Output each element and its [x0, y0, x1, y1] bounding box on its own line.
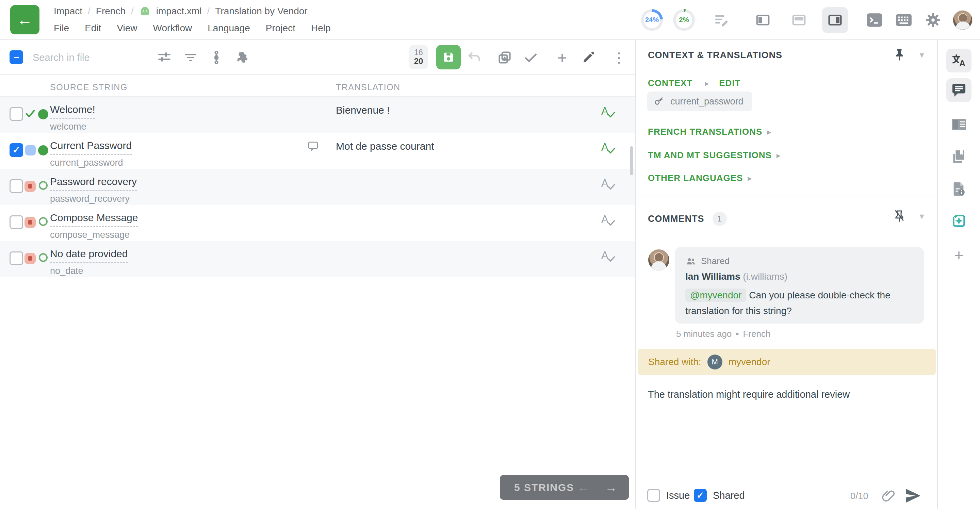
collapse-caret-icon[interactable]: ▾: [914, 47, 929, 62]
unapproved-circle-icon: [39, 217, 48, 226]
previous-page-icon[interactable]: ←: [577, 480, 589, 495]
menu-edit[interactable]: Edit: [85, 23, 101, 34]
menu-help[interactable]: Help: [311, 23, 331, 34]
vendor-mention[interactable]: @myvendor: [685, 288, 746, 302]
menu-language[interactable]: Language: [208, 23, 250, 34]
breadcrumb-workflow-step[interactable]: Translation by Vendor: [215, 6, 307, 17]
layout-right-panel-button[interactable]: [822, 7, 848, 33]
layout-side-by-side-button[interactable]: [750, 7, 776, 33]
vendor-name[interactable]: myvendor: [729, 356, 770, 367]
menu-bar: File Edit View Workflow Language Project…: [54, 20, 331, 37]
back-button[interactable]: ←: [10, 5, 40, 34]
source-string[interactable]: Welcome!: [50, 104, 95, 119]
file-info-icon[interactable]: [946, 177, 972, 201]
proofread-icon[interactable]: [712, 11, 731, 30]
string-key: no_date: [50, 266, 83, 276]
section-other-languages[interactable]: OTHER LANGUAGES ▸: [648, 173, 752, 183]
section-french-translations[interactable]: FRENCH TRANSLATIONS ▸: [648, 127, 771, 137]
side-rail: A +: [938, 40, 980, 509]
layout-top-bottom-button[interactable]: [786, 7, 812, 33]
chain-link-icon[interactable]: [208, 50, 224, 65]
breadcrumb-file[interactable]: impact.xml: [156, 6, 202, 17]
save-button[interactable]: [436, 45, 461, 69]
translations-tab-icon[interactable]: A: [946, 49, 972, 73]
source-string[interactable]: Current Password: [50, 140, 132, 155]
console-icon[interactable]: [865, 11, 884, 30]
menu-project[interactable]: Project: [266, 23, 295, 34]
strings-panel: – 16 20 + ⋮: [0, 40, 636, 509]
menu-view[interactable]: View: [117, 23, 137, 34]
issue-checkbox[interactable]: Issue: [647, 489, 690, 502]
floppy-icon: [442, 50, 455, 64]
more-options-icon[interactable]: ⋮: [611, 50, 627, 65]
undo-icon[interactable]: [466, 50, 482, 65]
comments-tab-icon[interactable]: [946, 78, 972, 102]
shared-checkbox[interactable]: ✓ Shared: [694, 489, 745, 502]
translation-progress-ring[interactable]: 24%: [641, 9, 663, 31]
author-name[interactable]: Ian Williams: [685, 271, 740, 282]
user-avatar[interactable]: [953, 10, 972, 30]
context-section-toggle[interactable]: CONTEXT: [648, 78, 692, 89]
add-string-icon[interactable]: +: [554, 50, 570, 65]
attach-file-icon[interactable]: [879, 487, 897, 504]
menu-workflow[interactable]: Workflow: [153, 23, 192, 34]
breadcrumb-language[interactable]: French: [96, 6, 126, 17]
row-checkbox[interactable]: [10, 107, 23, 121]
filter-strings-icon[interactable]: [183, 50, 198, 65]
source-string[interactable]: Password recovery: [50, 176, 137, 191]
table-row[interactable]: Compose Message compose_message A: [0, 205, 635, 241]
pin-icon[interactable]: [891, 46, 908, 64]
ai-assistant-icon[interactable]: [946, 209, 972, 233]
translation-text[interactable]: Mot de passe courant: [336, 140, 434, 152]
search-input[interactable]: [33, 49, 145, 66]
translation-text[interactable]: Bienvenue !: [336, 105, 390, 116]
comment-card: Shared Ian Williams (i.williams) @myvend…: [675, 247, 924, 324]
comment-input[interactable]: The translation might require additional…: [643, 382, 925, 480]
table-row[interactable]: Welcome! welcome Bienvenue ! A: [0, 97, 635, 133]
issue-checkbox-box[interactable]: [647, 489, 660, 502]
row-checkbox[interactable]: [10, 251, 23, 265]
breadcrumb-separator: /: [207, 6, 210, 17]
keyboard-shortcuts-icon[interactable]: [894, 11, 913, 30]
approve-check-icon[interactable]: [523, 50, 539, 65]
copy-source-icon[interactable]: [497, 50, 512, 65]
vendor-avatar[interactable]: M: [708, 355, 722, 369]
glossary-card-icon[interactable]: [946, 113, 972, 137]
untranslated-square-icon: [24, 181, 36, 192]
edit-context-link[interactable]: EDIT: [719, 78, 740, 89]
comments-collapse-caret-icon[interactable]: ▾: [914, 208, 929, 224]
approval-progress-ring[interactable]: 2%: [673, 9, 695, 31]
string-key: password_recovery: [50, 194, 130, 204]
comment-meta: 5 minutes ago • French: [676, 329, 770, 339]
topbar-actions: 24% 2%: [641, 0, 972, 40]
string-key-chip[interactable]: current_password: [647, 92, 752, 111]
send-comment-icon[interactable]: [904, 487, 923, 504]
filter-settings-icon[interactable]: [156, 50, 172, 65]
unpin-icon[interactable]: [891, 207, 908, 225]
source-string[interactable]: No date provided: [50, 248, 128, 263]
add-panel-icon[interactable]: +: [946, 243, 972, 267]
strings-count-label: 5 STRINGS: [514, 482, 574, 493]
shared-checkbox-box[interactable]: ✓: [694, 489, 707, 502]
next-page-icon[interactable]: →: [605, 480, 617, 495]
table-row[interactable]: Password recovery password_recovery A: [0, 169, 635, 205]
svg-text:A: A: [959, 59, 966, 68]
row-checkbox[interactable]: [10, 179, 23, 193]
nav-block: Impact / French / impact.xml / Translati…: [54, 3, 331, 37]
select-all-checkbox[interactable]: –: [10, 50, 23, 64]
section-tm-mt-suggestions[interactable]: TM AND MT SUGGESTIONS ▸: [648, 150, 781, 161]
scrollbar-thumb[interactable]: [630, 146, 633, 175]
plugins-puzzle-icon[interactable]: [235, 50, 250, 65]
table-row[interactable]: ✓ Current Password current_password Mot …: [0, 133, 635, 169]
menu-file[interactable]: File: [54, 23, 69, 34]
dictionary-books-icon[interactable]: [946, 145, 972, 169]
table-row[interactable]: No date provided no_date A: [0, 241, 635, 277]
settings-gear-icon[interactable]: [924, 11, 943, 30]
source-string[interactable]: Compose Message: [50, 212, 138, 227]
string-key: compose_message: [50, 230, 130, 240]
comment-author-avatar: [648, 250, 669, 270]
row-checkbox[interactable]: ✓: [10, 143, 23, 157]
breadcrumb-project[interactable]: Impact: [54, 6, 82, 17]
edit-pencil-icon[interactable]: [581, 50, 596, 65]
row-checkbox[interactable]: [10, 215, 23, 229]
